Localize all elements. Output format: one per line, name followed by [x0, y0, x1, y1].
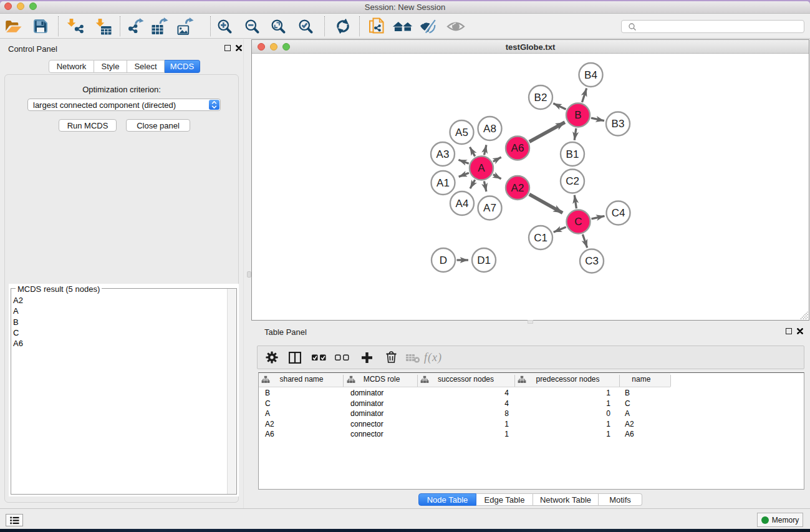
svg-text:C2: C2	[566, 175, 579, 187]
svg-text:A4: A4	[456, 198, 469, 210]
svg-text:B2: B2	[534, 92, 547, 104]
svg-text:A: A	[478, 162, 485, 174]
svg-text:A7: A7	[483, 202, 496, 214]
svg-text:A6: A6	[511, 142, 524, 154]
svg-text:B: B	[574, 109, 581, 121]
svg-text:A3: A3	[436, 148, 450, 160]
svg-text:B3: B3	[612, 118, 625, 130]
svg-text:C4: C4	[612, 207, 625, 219]
svg-text:A8: A8	[483, 123, 496, 135]
svg-text:A5: A5	[455, 127, 468, 138]
svg-text:B1: B1	[566, 148, 579, 160]
svg-text:D1: D1	[477, 254, 491, 266]
svg-text:A2: A2	[511, 182, 524, 194]
svg-text:A1: A1	[436, 177, 450, 189]
svg-text:B4: B4	[584, 69, 597, 81]
svg-text:C3: C3	[585, 255, 599, 267]
svg-text:C: C	[574, 216, 582, 228]
svg-text:D: D	[440, 254, 447, 266]
svg-text:C1: C1	[534, 232, 547, 244]
